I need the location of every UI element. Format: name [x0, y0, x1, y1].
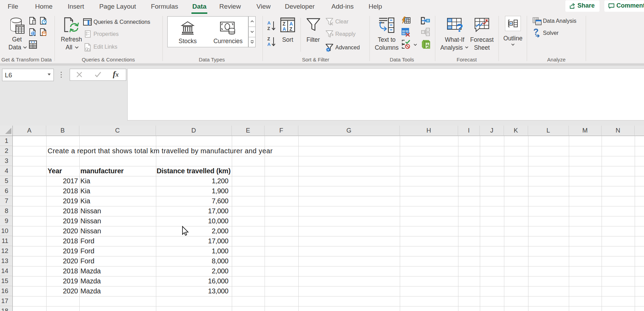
svg-text:A: A — [289, 21, 293, 27]
svg-text:Z: Z — [267, 36, 270, 41]
svg-text:Z: Z — [283, 21, 286, 27]
svg-text:A: A — [283, 26, 286, 32]
svg-text:?: ? — [456, 21, 463, 34]
svg-text:A: A — [267, 20, 271, 26]
svg-text:Z: Z — [267, 26, 270, 31]
svg-text:Z: Z — [289, 26, 293, 32]
svg-text:A: A — [267, 42, 271, 47]
